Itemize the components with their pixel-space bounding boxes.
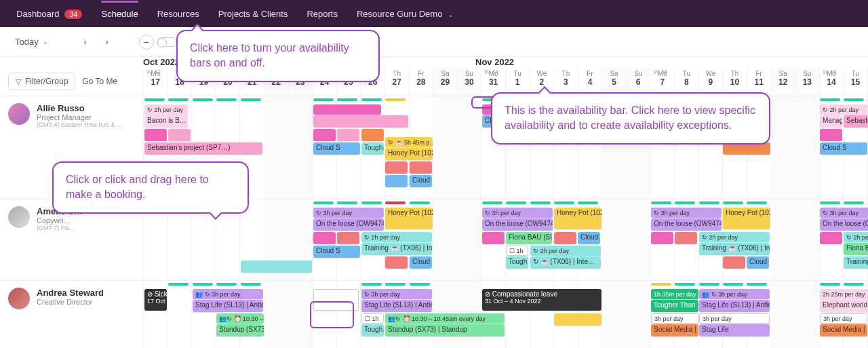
leave-booking[interactable]: ⊘ Sick 17 Oct — [144, 289, 167, 311]
booking[interactable] — [337, 232, 359, 244]
schedule-grid[interactable]: ⊘ Sick 17 Oct 👥 ↻ 3h per day Stag Life (… — [143, 281, 868, 348]
availability-bar[interactable] — [337, 98, 357, 101]
booking[interactable]: Training ☕ (TX06) | Inter… — [699, 243, 770, 255]
booking[interactable]: On the loose (OW9474) — [482, 218, 553, 231]
booking[interactable]: ☐ 1h — [361, 313, 384, 324]
day-column[interactable]: Sa5 — [601, 67, 626, 96]
day-column[interactable]: Th10 — [722, 67, 747, 96]
booking[interactable]: Honey Pot (102… — [385, 208, 433, 229]
booking[interactable]: Cloud S — [410, 175, 432, 187]
booking[interactable]: ↻ ☕ (TX06) | Inte… — [530, 256, 601, 269]
booking[interactable]: Cloud S — [313, 142, 360, 155]
day-column[interactable]: W 42Mo17 — [143, 67, 167, 96]
booking[interactable]: ↻ 2h per day — [361, 232, 432, 242]
availability-bar[interactable] — [554, 201, 574, 204]
booking[interactable]: Sebastian's projec… — [844, 115, 868, 128]
nav-account-menu[interactable]: Resource Guru Demo ⌄ — [350, 2, 460, 26]
booking[interactable]: Cloud S — [410, 256, 432, 269]
booking[interactable]: 3h per day — [820, 313, 867, 324]
availability-bar[interactable] — [385, 201, 406, 204]
day-column[interactable]: Tu1 — [505, 67, 530, 96]
availability-bar[interactable] — [820, 201, 840, 204]
booking[interactable]: Stag Life (SL13) | Antler — [699, 300, 770, 312]
day-column[interactable]: Su13 — [795, 67, 819, 96]
availability-bar[interactable] — [844, 283, 864, 286]
day-column[interactable]: Th27 — [384, 67, 409, 96]
booking[interactable] — [168, 129, 191, 141]
availability-bar[interactable] — [723, 201, 743, 204]
availability-bar[interactable] — [361, 283, 382, 286]
prev-button[interactable]: ‹ — [78, 37, 93, 47]
availability-bar[interactable] — [241, 283, 261, 286]
availability-bar[interactable] — [385, 98, 406, 101]
booking[interactable] — [241, 260, 312, 273]
next-button[interactable]: › — [100, 37, 115, 47]
booking[interactable]: Stag Life (SL13) | Antler — [193, 300, 263, 312]
booking[interactable] — [385, 256, 408, 269]
availability-bar[interactable] — [530, 201, 551, 204]
booking[interactable]: On the loose (OW9474) — [313, 218, 384, 231]
day-column[interactable]: Su6 — [626, 67, 650, 96]
booking[interactable]: Elephant world (EP67) | Tr… — [820, 300, 868, 312]
booking[interactable]: Standup (SX73) | Standup — [385, 324, 505, 336]
booking[interactable]: ↻ 3h per day — [820, 208, 868, 218]
nav-projects[interactable]: Projects & Clients — [212, 2, 295, 26]
booking[interactable]: Fiona BAU (SUP… — [844, 243, 868, 255]
availability-bar[interactable] — [361, 201, 382, 204]
booking[interactable]: Bacon is B… — [144, 115, 188, 128]
availability-bar[interactable] — [168, 283, 189, 286]
day-column[interactable]: W 45Mo7 — [650, 67, 674, 96]
availability-bar[interactable] — [193, 98, 213, 101]
availability-bar[interactable] — [675, 201, 695, 204]
booking[interactable] — [675, 232, 697, 244]
booking[interactable]: ↻ 3h per day — [482, 208, 553, 218]
booking[interactable]: ↻ 2h per day — [530, 246, 601, 256]
availability-bar[interactable] — [193, 283, 213, 286]
booking[interactable] — [144, 129, 167, 141]
booking[interactable] — [554, 232, 576, 244]
booking[interactable]: ☐ 1h — [506, 246, 528, 256]
day-column[interactable]: Tu8 — [674, 67, 698, 96]
booking[interactable]: Honey Pot (102… — [385, 148, 433, 160]
leave-booking[interactable]: ⊘ Compassionate leave 31 Oct – 4 Nov 202… — [482, 289, 601, 311]
booking[interactable]: Tougher Than T… — [651, 300, 698, 312]
booking[interactable]: Cloud S — [820, 142, 867, 155]
zoom-out-button[interactable]: − — [139, 35, 154, 50]
day-column[interactable]: W 46Mo14 — [819, 67, 844, 96]
availability-bar[interactable] — [410, 201, 430, 204]
booking[interactable]: 👥 ↻ 3h per day — [699, 289, 770, 299]
resource-cell[interactable]: Andrea Steward Creative Director — [0, 281, 143, 348]
booking[interactable]: 2h 25m per day — [820, 289, 868, 299]
booking[interactable] — [313, 232, 336, 244]
booking[interactable]: Cloud S — [747, 256, 769, 269]
booking[interactable]: ↻ 3h per day — [361, 289, 432, 299]
day-column[interactable]: Fr11 — [747, 67, 771, 96]
booking[interactable]: Cloud S — [313, 246, 360, 258]
availability-bar[interactable] — [747, 283, 767, 286]
day-column[interactable]: Su30 — [457, 67, 481, 96]
availability-bar[interactable] — [651, 283, 671, 286]
booking[interactable]: Honey Pot (102… — [554, 208, 601, 229]
booking[interactable] — [723, 256, 745, 269]
availability-bar[interactable] — [482, 201, 502, 204]
availability-bar[interactable] — [820, 283, 840, 286]
booking[interactable]: 👥↻ ⏰ 10.30 – 10.45am every day — [385, 313, 505, 324]
day-column[interactable]: Fr28 — [409, 67, 433, 96]
booking[interactable]: ↻ 3h per day — [651, 208, 722, 218]
schedule-grid[interactable]: ↻ 3h per day On the loose (OW9474) Honey… — [143, 199, 868, 280]
availability-bar[interactable] — [747, 201, 767, 204]
availability-bar[interactable] — [144, 98, 165, 101]
availability-bar[interactable] — [578, 201, 598, 204]
booking[interactable]: Tough… — [361, 324, 384, 336]
availability-bar[interactable] — [844, 201, 864, 204]
nav-dashboard[interactable]: Dashboard 34 — [9, 2, 89, 26]
day-column[interactable]: Sa12 — [770, 67, 795, 96]
nav-schedule[interactable]: Schedule — [94, 2, 144, 26]
availability-bar[interactable] — [699, 201, 719, 204]
availability-bar[interactable] — [723, 283, 743, 286]
today-button[interactable]: Today ⌄ — [9, 34, 54, 50]
day-column[interactable]: W 44Mo31 — [481, 67, 505, 96]
booking[interactable]: ↻ 3h per day — [313, 208, 384, 218]
zoom-slider[interactable] — [157, 37, 177, 47]
availability-bar[interactable] — [675, 283, 695, 286]
